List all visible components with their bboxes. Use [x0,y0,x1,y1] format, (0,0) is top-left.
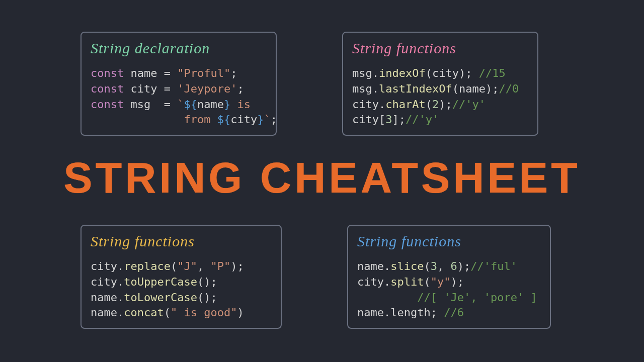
code-line: msg.lastIndexOf(name);//0 [352,81,528,97]
code-line: city.charAt(2);//'y' [352,97,528,113]
box-title: String declaration [91,40,267,57]
code-line: const city = 'Jeypore'; [91,81,267,97]
code-line: name.length; //6 [357,305,541,321]
code-line: const name = "Proful"; [91,66,267,81]
box-title: String functions [357,233,541,250]
code-line: city.replace("J", "P"); [91,259,272,275]
code-line: name.slice(3, 6);//'ful' [357,259,541,275]
code-line: //[ 'Je', 'pore' ] [357,290,541,306]
string-functions-box-bottom-left: String functions city.replace("J", "P");… [80,225,282,329]
code-line: const msg = `${name} is [91,97,267,113]
box-title: String functions [352,40,528,57]
code-line: name.concat(" is good") [91,305,272,321]
code-line: msg.indexOf(city); //15 [352,66,528,81]
code-line: city.split("y"); [357,275,541,290]
string-functions-box-bottom-right: String functions name.slice(3, 6);//'ful… [347,225,551,329]
main-title: STRING CHEATSHEET [0,153,644,203]
code-line: city.toUpperCase(); [91,275,272,290]
string-declaration-box: String declaration const name = "Proful"… [80,32,277,136]
code-line: from ${city}`; [91,112,267,128]
code-line: city[3];//'y' [352,112,528,128]
string-functions-box-top-right: String functions msg.indexOf(city); //15… [342,32,538,136]
code-line: name.toLowerCase(); [91,290,272,306]
box-title: String functions [91,233,272,250]
